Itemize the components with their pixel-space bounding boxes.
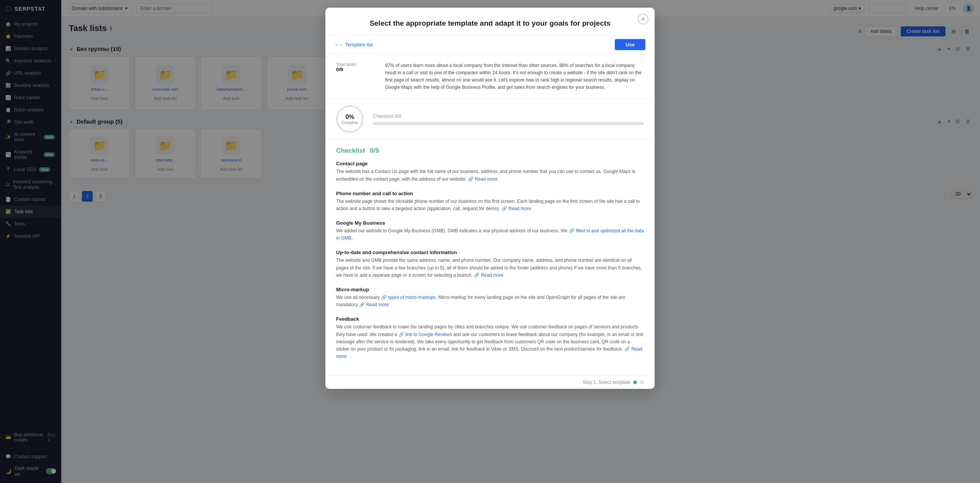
checklist-progress-bar bbox=[373, 122, 644, 125]
checklist-progress: 0% Complete Checklist 0/9 bbox=[325, 99, 655, 139]
step-dot-active bbox=[633, 380, 637, 384]
checklist-item-gmb: Google My Business We added our website … bbox=[336, 220, 644, 242]
checklist-section: Checklist 0/9 Contact page The website h… bbox=[325, 139, 655, 375]
modal-title: Select the appropriate template and adap… bbox=[338, 18, 642, 29]
step-dot-empty bbox=[640, 380, 644, 384]
modal-overlay[interactable]: Select the appropriate template and adap… bbox=[0, 0, 980, 483]
item-contact-desc: The website has a Contact Us page with t… bbox=[336, 168, 644, 183]
modal-nav: ← ← Template list Use bbox=[325, 35, 655, 54]
modal-header: Select the appropriate template and adap… bbox=[325, 8, 655, 35]
item-contact-info-read-more[interactable]: 🔗 Read more bbox=[474, 273, 504, 278]
step-label: Step 1. Select template bbox=[583, 380, 630, 385]
item-phone-read-more[interactable]: 🔗 Read more bbox=[501, 206, 531, 211]
modal-footer: Step 1. Select template bbox=[325, 375, 655, 389]
circle-pct-text: 0% bbox=[345, 114, 354, 121]
modal-close-button[interactable]: ✕ bbox=[638, 14, 648, 24]
checklist-bar-label: Checklist 0/9 bbox=[373, 113, 644, 119]
checklist-fraction: 0/9 bbox=[394, 113, 401, 119]
item-contact-title: Contact page bbox=[336, 161, 644, 166]
checklist-item-contact-info: Up-to-date and comprehensive contact inf… bbox=[336, 250, 644, 279]
step-indicator: Step 1. Select template bbox=[583, 380, 644, 385]
checklist-bar-area: Checklist 0/9 bbox=[373, 113, 644, 125]
item-micro-title: Micro-markup bbox=[336, 287, 644, 292]
section-fraction: 0/9 bbox=[370, 147, 379, 154]
modal-description: 97% of users learn more about a local co… bbox=[385, 62, 644, 91]
item-phone-desc: The website page shows the clickable pho… bbox=[336, 198, 644, 212]
item-micro-types-link[interactable]: 🔗 types of micro-markups. bbox=[381, 295, 437, 300]
circle-pct-label: Complete bbox=[342, 121, 358, 125]
total-tasks-box: Total tasks: 0/9 bbox=[336, 62, 374, 91]
item-feedback-title: Feedback bbox=[336, 316, 644, 322]
item-phone-title: Phone number and call to action bbox=[336, 191, 644, 196]
checklist-item-phone: Phone number and call to action The webs… bbox=[336, 191, 644, 212]
total-tasks-value: 0/9 bbox=[336, 67, 374, 72]
checklist-item-contact: Contact page The website has a Contact U… bbox=[336, 161, 644, 183]
modal: Select the appropriate template and adap… bbox=[325, 8, 655, 389]
item-gmb-desc: We added our website to Google My Busine… bbox=[336, 227, 644, 242]
modal-info: Total tasks: 0/9 97% of users learn more… bbox=[325, 54, 655, 100]
circle-percent: 0% Complete bbox=[336, 105, 364, 133]
item-contact-info-title: Up-to-date and comprehensive contact inf… bbox=[336, 250, 644, 255]
template-list-label: ← Template list bbox=[339, 42, 373, 47]
item-micro-desc: We use all necessary 🔗 types of micro-ma… bbox=[336, 294, 644, 308]
item-contact-info-desc: The website and GMB provide the same add… bbox=[336, 257, 644, 279]
item-contact-read-more[interactable]: 🔗 Read more bbox=[468, 176, 498, 182]
checklist-section-title: Checklist 0/9 bbox=[336, 147, 644, 155]
item-feedback-desc: We use customer feedback to make the lan… bbox=[336, 323, 644, 360]
item-gmb-title: Google My Business bbox=[336, 220, 644, 226]
item-micro-read-more[interactable]: 🔗 Read more bbox=[359, 302, 389, 307]
template-list-link[interactable]: ← ← Template list bbox=[335, 42, 373, 47]
checklist-item-micro: Micro-markup We use all necessary 🔗 type… bbox=[336, 287, 644, 308]
item-gmb-link[interactable]: 🔗 filled in and optimized all the data i… bbox=[336, 228, 644, 241]
total-tasks-label: Total tasks: bbox=[336, 62, 374, 67]
use-button[interactable]: Use bbox=[615, 39, 645, 50]
checklist-item-feedback: Feedback We use customer feedback to mak… bbox=[336, 316, 644, 360]
item-feedback-google-link[interactable]: 🔗 link to Google Reviews bbox=[399, 332, 452, 337]
item-feedback-read-more[interactable]: 🔗 Read more bbox=[336, 346, 642, 359]
